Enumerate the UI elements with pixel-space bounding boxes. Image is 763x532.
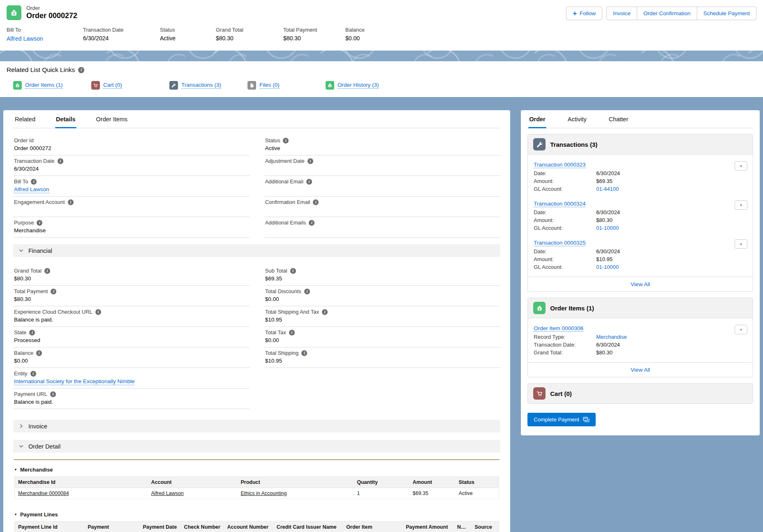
tab-activity[interactable]: Activity xyxy=(567,116,587,128)
action-button-order-confirmation[interactable]: Order Confirmation xyxy=(637,7,697,20)
highlight-label: Total Payment xyxy=(283,27,331,33)
financial-section-header[interactable]: Financial xyxy=(13,244,500,257)
transactions-view-all-link[interactable]: View All xyxy=(631,281,650,287)
tab-order-items[interactable]: Order Items xyxy=(95,116,129,128)
info-icon[interactable]: i xyxy=(68,199,74,205)
record-field-value-link[interactable]: 01-44100 xyxy=(596,186,732,192)
quick-links-row: $Order Items (1)Cart (0)Transactions (3)… xyxy=(7,81,756,90)
column-header-merchandise-id: Merchandise Id xyxy=(15,477,148,488)
tab-chatter[interactable]: Chatter xyxy=(608,116,629,128)
cart-related-card: Cart (0) xyxy=(527,383,753,404)
highlight-value-link[interactable]: Alfred Lawson xyxy=(7,35,43,42)
record-title-link[interactable]: Transaction 0000324 xyxy=(534,201,585,207)
row-actions-button[interactable]: ▾ xyxy=(735,161,747,171)
record-field-value: $80.30 xyxy=(596,217,732,223)
table-cell-link[interactable]: Merchandise 0000084 xyxy=(18,490,69,496)
highlight-value: $80.30 xyxy=(283,35,331,42)
info-icon[interactable]: i xyxy=(51,289,56,294)
info-icon[interactable]: i xyxy=(313,199,319,205)
table-cell-link[interactable]: Ethics in Accounting xyxy=(240,490,287,496)
field-value-link[interactable]: International Society for the Exceptiona… xyxy=(14,378,134,385)
quick-links-title: Related List Quick Links xyxy=(7,66,75,74)
info-icon[interactable]: i xyxy=(304,289,310,294)
field-engagement-account: Engagement Accounti xyxy=(13,197,250,217)
record-field-value: $69.35 xyxy=(596,178,732,184)
quick-link-transactions-3-link[interactable]: Transactions (3) xyxy=(181,82,221,89)
payment-icon xyxy=(583,417,590,422)
merchandise-subsection-header[interactable]: ▼ Merchandise xyxy=(14,467,499,473)
info-icon[interactable]: i xyxy=(30,371,36,377)
record-field-value-link[interactable]: 01-10000 xyxy=(596,225,732,231)
field-value: $0.00 xyxy=(265,296,500,303)
info-icon[interactable]: i xyxy=(44,268,50,274)
related-list-quick-links: Related List Quick Links i $Order Items … xyxy=(0,61,763,97)
record-field-value-link[interactable]: 01-10000 xyxy=(596,264,732,270)
field-value: Balance is paid. xyxy=(14,317,249,324)
order-object-icon: $ xyxy=(7,5,21,20)
highlight-value: 6/30/2024 xyxy=(83,35,146,42)
table-cell-link[interactable]: Alfred Lawson xyxy=(151,490,184,496)
field-additional-emails: Additional Emailsi xyxy=(264,217,501,238)
field-value-link[interactable]: Alfred Lawson xyxy=(14,186,49,193)
quick-link-order-history-3: $Order History (3) xyxy=(326,81,756,90)
record-field-label: GL Account: xyxy=(534,264,596,270)
info-icon[interactable]: i xyxy=(301,350,307,356)
info-icon[interactable]: i xyxy=(50,391,56,397)
object-type-label: Order xyxy=(26,5,77,11)
header-actions: + Follow InvoiceOrder ConfirmationSchedu… xyxy=(566,7,756,20)
record-field-label: GL Account: xyxy=(534,186,596,192)
info-icon[interactable]: i xyxy=(283,138,289,143)
order-detail-section-header[interactable]: Order Detail xyxy=(13,440,500,453)
invoice-section-header[interactable]: Invoice xyxy=(13,420,500,433)
field-label: Sub Total xyxy=(265,268,287,274)
payment-lines-subsection-header[interactable]: ▼ Payment Lines xyxy=(14,511,499,518)
tab-order[interactable]: Order xyxy=(528,116,546,128)
field-experience-cloud-checkout-url: Experience Cloud Checkout URLiBalance is… xyxy=(13,306,250,327)
row-actions-button[interactable]: ▾ xyxy=(735,200,747,210)
info-icon[interactable]: i xyxy=(31,179,37,185)
info-icon[interactable]: i xyxy=(37,220,42,226)
wrench-icon xyxy=(169,81,178,90)
info-icon[interactable]: i xyxy=(289,330,295,335)
info-icon[interactable]: i xyxy=(308,158,313,164)
info-icon[interactable]: i xyxy=(29,330,35,335)
quick-link-order-items-1-link[interactable]: Order Items (1) xyxy=(25,82,63,89)
row-actions-button[interactable]: ▾ xyxy=(735,239,747,249)
info-icon[interactable]: i xyxy=(36,350,42,356)
tab-details[interactable]: Details xyxy=(55,116,76,128)
record-field-value-link[interactable]: Merchandise xyxy=(596,334,732,340)
quick-link-files-0-link[interactable]: Files (0) xyxy=(259,82,280,89)
record-title-link[interactable]: Order Item 0000306 xyxy=(534,325,583,332)
quick-link-cart-0-link[interactable]: Cart (0) xyxy=(103,82,122,89)
info-icon[interactable]: i xyxy=(306,179,312,185)
complete-payment-button[interactable]: Complete Payment xyxy=(527,413,596,426)
info-icon[interactable]: i xyxy=(309,220,314,226)
quick-link-order-history-3-link[interactable]: Order History (3) xyxy=(338,82,379,89)
tab-related[interactable]: Related xyxy=(14,116,36,128)
cart-card-title: Cart (0) xyxy=(550,390,572,397)
record-tabs: RelatedDetailsOrder Items xyxy=(13,110,500,128)
action-button-schedule-payment[interactable]: Schedule Payment xyxy=(697,7,756,20)
action-button-group: InvoiceOrder ConfirmationSchedule Paymen… xyxy=(606,7,756,20)
info-icon[interactable]: i xyxy=(290,268,296,274)
transactions-icon xyxy=(533,138,546,150)
record-title-link[interactable]: Transaction 0000323 xyxy=(534,162,585,168)
field-label: Total Discounts xyxy=(265,288,301,294)
field-label: Total Payment xyxy=(14,288,48,294)
order-record-page: $ Order Order 0000272 + Follow InvoiceOr… xyxy=(0,0,763,532)
order-items-view-all-link[interactable]: View All xyxy=(631,367,650,373)
follow-button[interactable]: + Follow xyxy=(566,7,602,20)
info-icon[interactable]: i xyxy=(78,67,84,73)
record-field-value: $80.30 xyxy=(596,349,732,356)
record-title-link[interactable]: Transaction 0000325 xyxy=(534,240,585,246)
action-button-invoice[interactable]: Invoice xyxy=(606,7,637,20)
record-field-value: 6/30/2024 xyxy=(596,342,732,348)
quick-link-order-items-1: $Order Items (1) xyxy=(13,81,91,90)
info-icon[interactable]: i xyxy=(95,309,101,315)
quick-link-transactions-3: Transactions (3) xyxy=(169,81,247,90)
info-icon[interactable]: i xyxy=(58,158,63,164)
field-label: Transaction Date xyxy=(14,158,55,164)
field-total-tax: Total Taxi$0.00 xyxy=(264,327,501,347)
info-icon[interactable]: i xyxy=(322,309,328,315)
row-actions-button[interactable]: ▾ xyxy=(735,325,747,334)
